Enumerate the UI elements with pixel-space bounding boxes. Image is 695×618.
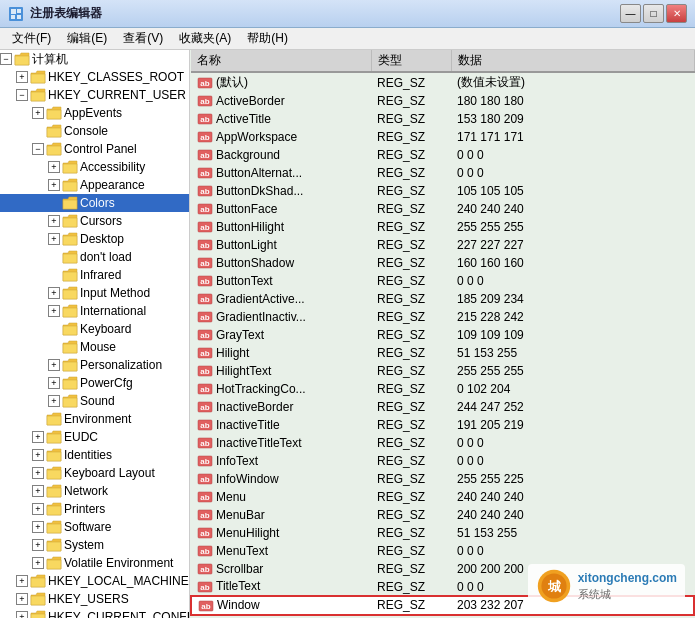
table-row[interactable]: ab GradientActive...REG_SZ185 209 234: [191, 290, 694, 308]
expand-icon[interactable]: +: [48, 215, 60, 227]
tree-node-computer[interactable]: − 计算机: [0, 50, 189, 68]
expand-icon[interactable]: +: [16, 575, 28, 587]
table-row[interactable]: ab InfoTextREG_SZ0 0 0: [191, 452, 694, 470]
reg-name: InactiveBorder: [216, 400, 293, 414]
expand-icon[interactable]: +: [32, 449, 44, 461]
expand-icon[interactable]: +: [48, 179, 60, 191]
tree-node-network[interactable]: + Network: [0, 482, 189, 500]
table-row[interactable]: ab BackgroundREG_SZ0 0 0: [191, 146, 694, 164]
cell-name: ab AppWorkspace: [191, 128, 371, 146]
table-row[interactable]: ab ButtonHilightREG_SZ255 255 255: [191, 218, 694, 236]
expand-icon[interactable]: +: [32, 431, 44, 443]
menu-item-H[interactable]: 帮助(H): [239, 28, 296, 49]
folder-icon: [14, 52, 30, 66]
tree-node-mouse[interactable]: Mouse: [0, 338, 189, 356]
menu-item-E[interactable]: 编辑(E): [59, 28, 115, 49]
table-row[interactable]: ab InfoWindowREG_SZ255 255 225: [191, 470, 694, 488]
tree-node-appevents[interactable]: + AppEvents: [0, 104, 189, 122]
tree-node-colors[interactable]: Colors: [0, 194, 189, 212]
tree-node-international[interactable]: + International: [0, 302, 189, 320]
tree-node-hkey_users[interactable]: + HKEY_USERS: [0, 590, 189, 608]
table-row[interactable]: ab ButtonAlternat...REG_SZ0 0 0: [191, 164, 694, 182]
cell-name: ab Menu: [191, 488, 371, 506]
tree-node-printers[interactable]: + Printers: [0, 500, 189, 518]
table-row[interactable]: ab InactiveTitleREG_SZ191 205 219: [191, 416, 694, 434]
tree-node-console[interactable]: Console: [0, 122, 189, 140]
table-row[interactable]: ab HilightREG_SZ51 153 255: [191, 344, 694, 362]
expand-icon[interactable]: +: [48, 359, 60, 371]
close-button[interactable]: ✕: [666, 4, 687, 23]
tree-node-environment[interactable]: Environment: [0, 410, 189, 428]
tree-node-powercfg[interactable]: + PowerCfg: [0, 374, 189, 392]
cell-name: ab HotTrackingCo...: [191, 380, 371, 398]
expand-icon[interactable]: +: [48, 305, 60, 317]
table-row[interactable]: ab ButtonLightREG_SZ227 227 227: [191, 236, 694, 254]
tree-node-software[interactable]: + Software: [0, 518, 189, 536]
expand-icon[interactable]: +: [16, 593, 28, 605]
minimize-button[interactable]: —: [620, 4, 641, 23]
menu-item-F[interactable]: 文件(F): [4, 28, 59, 49]
expand-icon[interactable]: +: [32, 503, 44, 515]
tree-node-keyboard_layout[interactable]: + Keyboard Layout: [0, 464, 189, 482]
tree-node-desktop[interactable]: + Desktop: [0, 230, 189, 248]
table-row[interactable]: ab ActiveTitleREG_SZ153 180 209: [191, 110, 694, 128]
expand-icon[interactable]: −: [32, 143, 44, 155]
tree-node-system[interactable]: + System: [0, 536, 189, 554]
table-row[interactable]: ab HilightTextREG_SZ255 255 255: [191, 362, 694, 380]
tree-node-cursors[interactable]: + Cursors: [0, 212, 189, 230]
tree-node-hkey_local_machine[interactable]: + HKEY_LOCAL_MACHINE: [0, 572, 189, 590]
tree-panel[interactable]: − 计算机+ HKEY_CLASSES_ROOT− HKEY_CURRENT_U…: [0, 50, 190, 618]
tree-node-personalization[interactable]: + Personalization: [0, 356, 189, 374]
expand-icon[interactable]: +: [32, 107, 44, 119]
expand-icon[interactable]: −: [16, 89, 28, 101]
table-row[interactable]: ab MenuHilightREG_SZ51 153 255: [191, 524, 694, 542]
tree-node-volatile[interactable]: + Volatile Environment: [0, 554, 189, 572]
table-row[interactable]: ab ButtonTextREG_SZ0 0 0: [191, 272, 694, 290]
tree-node-appearance[interactable]: + Appearance: [0, 176, 189, 194]
expand-icon[interactable]: +: [32, 467, 44, 479]
table-row[interactable]: ab MenuTextREG_SZ0 0 0: [191, 542, 694, 560]
table-row[interactable]: ab HotTrackingCo...REG_SZ0 102 204: [191, 380, 694, 398]
tree-node-input_method[interactable]: + Input Method: [0, 284, 189, 302]
reg-name: InfoText: [216, 454, 258, 468]
menu-item-V[interactable]: 查看(V): [115, 28, 171, 49]
table-row[interactable]: ab InactiveTitleTextREG_SZ0 0 0: [191, 434, 694, 452]
expand-icon[interactable]: +: [48, 395, 60, 407]
expand-icon[interactable]: −: [0, 53, 12, 65]
table-row[interactable]: ab AppWorkspaceREG_SZ171 171 171: [191, 128, 694, 146]
expand-icon[interactable]: +: [32, 539, 44, 551]
table-row[interactable]: ab (默认)REG_SZ(数值未设置): [191, 72, 694, 92]
expand-icon[interactable]: +: [32, 557, 44, 569]
expand-icon[interactable]: +: [48, 287, 60, 299]
expand-icon[interactable]: +: [16, 71, 28, 83]
tree-node-accessibility[interactable]: + Accessibility: [0, 158, 189, 176]
tree-node-hkey_current_user[interactable]: − HKEY_CURRENT_USER: [0, 86, 189, 104]
menu-item-A[interactable]: 收藏夹(A): [171, 28, 239, 49]
table-row[interactable]: ab InactiveBorderREG_SZ244 247 252: [191, 398, 694, 416]
expand-icon[interactable]: +: [48, 161, 60, 173]
expand-icon[interactable]: +: [32, 485, 44, 497]
table-row[interactable]: ab ButtonShadowREG_SZ160 160 160: [191, 254, 694, 272]
table-row[interactable]: ab ButtonFaceREG_SZ240 240 240: [191, 200, 694, 218]
maximize-button[interactable]: □: [643, 4, 664, 23]
expand-icon[interactable]: +: [16, 611, 28, 618]
tree-node-dontload[interactable]: don't load: [0, 248, 189, 266]
table-row[interactable]: ab MenuREG_SZ240 240 240: [191, 488, 694, 506]
tree-node-identities[interactable]: + Identities: [0, 446, 189, 464]
tree-node-keyboard[interactable]: Keyboard: [0, 320, 189, 338]
tree-node-hkey_classes_root[interactable]: + HKEY_CLASSES_ROOT: [0, 68, 189, 86]
table-row[interactable]: ab GrayTextREG_SZ109 109 109: [191, 326, 694, 344]
tree-node-eudc[interactable]: + EUDC: [0, 428, 189, 446]
expand-icon[interactable]: +: [32, 521, 44, 533]
tree-node-infrared[interactable]: Infrared: [0, 266, 189, 284]
table-row[interactable]: ab ButtonDkShad...REG_SZ105 105 105: [191, 182, 694, 200]
tree-node-sound[interactable]: + Sound: [0, 392, 189, 410]
table-row[interactable]: ab GradientInactiv...REG_SZ215 228 242: [191, 308, 694, 326]
table-row[interactable]: ab MenuBarREG_SZ240 240 240: [191, 506, 694, 524]
tree-node-hkey_current_config[interactable]: + HKEY_CURRENT_CONFIG: [0, 608, 189, 618]
table-row[interactable]: ab ActiveBorderREG_SZ180 180 180: [191, 92, 694, 110]
expand-icon[interactable]: +: [48, 377, 60, 389]
expand-icon[interactable]: +: [48, 233, 60, 245]
tree-node-control_panel[interactable]: − Control Panel: [0, 140, 189, 158]
cell-name: ab MenuHilight: [191, 524, 371, 542]
